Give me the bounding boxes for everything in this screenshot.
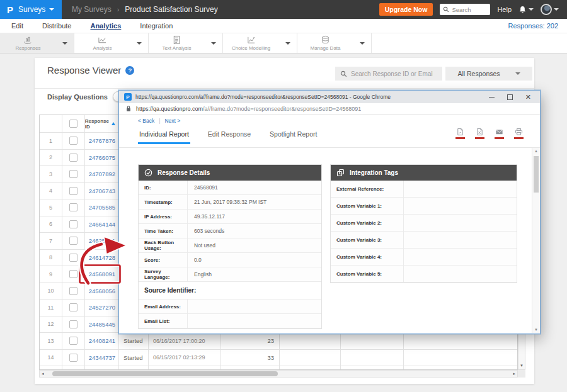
tab-edit-response[interactable]: Edit Response bbox=[207, 126, 252, 144]
horizontal-scroll-thumb[interactable] bbox=[52, 371, 278, 376]
row-checkbox[interactable] bbox=[69, 154, 77, 162]
row-checkbox[interactable] bbox=[69, 254, 77, 262]
row-checkbox[interactable] bbox=[69, 220, 77, 228]
back-link[interactable]: < Back bbox=[138, 118, 154, 124]
row-checkbox[interactable] bbox=[69, 354, 77, 362]
window-titlebar[interactable]: P https://qa.questionpro.com/a//frame.do… bbox=[119, 91, 540, 103]
response-id-link[interactable]: 24767876 bbox=[85, 133, 119, 149]
response-search-input[interactable] bbox=[351, 70, 433, 77]
toolbar-analysis-dropdown[interactable] bbox=[130, 33, 148, 53]
row-checkbox[interactable] bbox=[69, 237, 77, 245]
lock-icon bbox=[125, 105, 132, 112]
maximize-icon[interactable] bbox=[507, 94, 513, 100]
row-checkbox[interactable] bbox=[69, 187, 77, 195]
detail-label: Back Button Usage: bbox=[139, 238, 187, 252]
response-id-link[interactable]: 24614728 bbox=[85, 250, 119, 266]
tab-spotlight-report[interactable]: Spotlight Report bbox=[268, 126, 318, 144]
surveys-menu[interactable]: Surveys bbox=[18, 5, 54, 14]
scroll-right-arrow-icon[interactable]: ▸ bbox=[513, 371, 515, 376]
breadcrumb-my-surveys[interactable]: My Surveys bbox=[72, 5, 112, 14]
response-id-link[interactable]: 24568091 bbox=[85, 266, 119, 283]
response-id-link[interactable]: 24707892 bbox=[85, 166, 119, 182]
upgrade-now-button[interactable]: Upgrade Now bbox=[379, 3, 433, 16]
row-checkbox[interactable] bbox=[69, 337, 77, 345]
pdf-icon bbox=[456, 128, 464, 136]
toolbar-manage-data-dropdown[interactable] bbox=[353, 33, 371, 53]
toolbar-text-analysis-dropdown[interactable] bbox=[205, 33, 222, 53]
table-horizontal-scrollbar[interactable]: ◂ ▸ bbox=[39, 370, 518, 378]
menu-distribute[interactable]: Distribute bbox=[42, 22, 71, 30]
account-menu[interactable] bbox=[541, 4, 559, 15]
response-id-link[interactable]: 24625131 bbox=[85, 233, 119, 249]
response-search-box[interactable] bbox=[335, 67, 442, 81]
toolbar-manage-data[interactable]: Manage Data bbox=[297, 33, 353, 53]
toolbar-responses[interactable]: Responses bbox=[0, 33, 56, 53]
response-id-link[interactable]: 24344737 bbox=[85, 350, 119, 366]
email-report-button[interactable] bbox=[495, 128, 504, 139]
detail-label: Score: bbox=[139, 253, 187, 267]
export-pdf-button[interactable] bbox=[455, 128, 465, 139]
all-responses-dropdown[interactable]: All Responses bbox=[445, 67, 532, 81]
popup-scroll-thumb[interactable] bbox=[534, 156, 539, 193]
response-id-link[interactable]: 24706743 bbox=[85, 183, 119, 199]
tab-individual-report[interactable]: Individual Report bbox=[138, 126, 190, 144]
red-underline bbox=[495, 137, 504, 139]
status-cell: Started bbox=[119, 350, 149, 366]
global-search-input[interactable] bbox=[452, 6, 486, 13]
menu-edit[interactable]: Edit bbox=[11, 22, 23, 30]
export-excel-button[interactable] bbox=[475, 128, 484, 139]
search-icon bbox=[340, 70, 347, 77]
row-checkbox[interactable] bbox=[69, 270, 77, 278]
response-id-link[interactable]: 24568056 bbox=[85, 283, 119, 300]
row-checkbox[interactable] bbox=[69, 287, 77, 295]
tag-value bbox=[403, 266, 517, 282]
select-all-checkbox[interactable] bbox=[69, 120, 77, 128]
toolbar-analysis[interactable]: Analysis bbox=[74, 33, 130, 53]
response-id-link[interactable]: 24664144 bbox=[85, 216, 119, 233]
chevron-down-icon bbox=[554, 8, 559, 11]
sort-ascending-icon bbox=[112, 122, 115, 125]
toolbar-choice-modelling-dropdown[interactable] bbox=[279, 33, 297, 53]
logo-block[interactable]: P Surveys bbox=[0, 0, 62, 19]
menu-integration[interactable]: Integration bbox=[140, 22, 173, 30]
response-id-link[interactable]: 24705585 bbox=[85, 199, 119, 216]
menu-analytics[interactable]: Analytics bbox=[90, 22, 121, 30]
toolbar-text-analysis[interactable]: Text Analysis bbox=[149, 33, 205, 53]
timestamp-cell: 06/16/2017 17:00:20 bbox=[149, 333, 221, 349]
next-link[interactable]: Next > bbox=[164, 118, 180, 124]
minimize-icon[interactable] bbox=[489, 97, 495, 98]
row-checkbox[interactable] bbox=[69, 170, 77, 178]
header-select-all bbox=[62, 115, 85, 132]
response-id-header-label: Response ID bbox=[85, 118, 109, 130]
detail-value: 24568091 bbox=[187, 181, 321, 194]
row-checkbox[interactable] bbox=[69, 137, 77, 145]
toolbar-choice-modelling[interactable]: Choice Modelling bbox=[223, 33, 279, 53]
close-icon[interactable]: ✕ bbox=[525, 94, 531, 101]
print-button[interactable] bbox=[514, 128, 524, 139]
response-id-link[interactable]: 24408241 bbox=[85, 333, 119, 349]
detail-row: IP Address:49.35.12.117 bbox=[139, 210, 321, 224]
address-bar[interactable]: https://qa.questionpro.com/a//frame.do?m… bbox=[119, 103, 540, 115]
tag-row: Custom Variable 2: bbox=[331, 215, 517, 232]
scroll-up-arrow-icon[interactable]: ▲ bbox=[534, 149, 538, 153]
header-row-number bbox=[40, 115, 62, 132]
row-checkbox[interactable] bbox=[69, 303, 77, 311]
scroll-down-arrow-icon[interactable]: ▼ bbox=[520, 364, 524, 367]
help-link[interactable]: Help bbox=[497, 6, 512, 13]
row-checkbox[interactable] bbox=[69, 320, 77, 328]
row-checkbox[interactable] bbox=[69, 203, 77, 211]
detail-label: IP Address: bbox=[139, 210, 187, 223]
help-icon[interactable]: ? bbox=[125, 66, 134, 75]
toolbar-responses-dropdown[interactable] bbox=[56, 33, 74, 53]
scroll-down-arrow-icon[interactable]: ▼ bbox=[534, 328, 538, 332]
notifications-menu[interactable] bbox=[518, 6, 534, 14]
response-id-link[interactable]: 24766075 bbox=[85, 150, 119, 166]
global-search-box[interactable] bbox=[440, 4, 490, 15]
header-response-id[interactable]: Response ID bbox=[85, 115, 119, 132]
export-actions bbox=[455, 128, 524, 139]
scroll-left-arrow-icon[interactable]: ◂ bbox=[42, 371, 44, 376]
popup-vertical-scrollbar[interactable]: ▲ ▼ bbox=[532, 148, 540, 333]
response-id-link[interactable]: 24485445 bbox=[85, 316, 119, 333]
row-number: 8 bbox=[40, 250, 62, 266]
response-id-link[interactable]: 24527270 bbox=[85, 300, 119, 316]
